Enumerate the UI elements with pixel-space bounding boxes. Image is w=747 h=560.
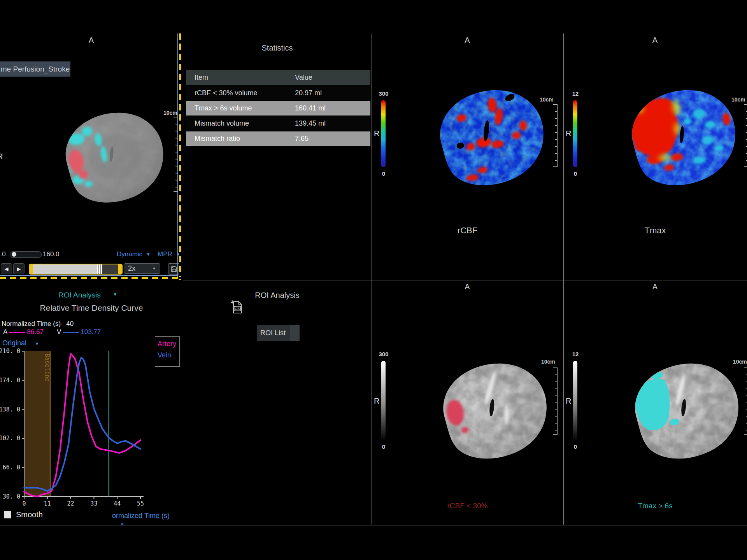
- view-dropdown[interactable]: MPR: [158, 250, 172, 258]
- rcbf-threshold-image[interactable]: [419, 348, 557, 469]
- orientation-label: A: [563, 282, 747, 291]
- colorbar-min: 0: [375, 170, 392, 177]
- side-label: R: [374, 129, 379, 138]
- save-icon: [170, 265, 178, 273]
- frame-scrollbar[interactable]: [29, 264, 123, 275]
- ct-brain-image[interactable]: [44, 98, 173, 212]
- statistics-row[interactable]: rCBF < 30% volume20.97 ml: [186, 86, 370, 101]
- statistics-table: Item Value rCBF < 30% volume20.97 mlTmax…: [186, 70, 370, 147]
- scrollbar-track-filled[interactable]: [33, 264, 97, 274]
- roi-list-button[interactable]: ROI List: [257, 325, 300, 341]
- roi-list-button-tail[interactable]: [289, 325, 300, 341]
- csv-export-button[interactable]: CSV: [230, 299, 244, 314]
- rcbf-map-image[interactable]: [416, 75, 554, 196]
- stat-item-cell: Tmax > 6s volume: [186, 101, 287, 116]
- tmax-map-viewport[interactable]: A 12 0 R 10cm Tmax: [563, 33, 747, 280]
- vein-swatch: [63, 332, 79, 333]
- time-density-panel: ROI Analysis ▼ Relative Time Density Cur…: [0, 280, 183, 525]
- stat-value-cell: 160.41 ml: [287, 101, 371, 116]
- scrollbar-left-cap[interactable]: [30, 264, 33, 274]
- stat-value-cell: 7.65: [287, 131, 371, 146]
- vein-value: 103.77: [81, 328, 101, 336]
- panel-divider: [183, 280, 747, 280]
- side-label: R: [566, 397, 571, 406]
- rainbow-colorbar: [573, 100, 577, 167]
- roi-analysis-title: ROI Analysis: [183, 291, 372, 300]
- series-badge: me Perfusion_Stroke: [0, 61, 70, 77]
- statistics-row[interactable]: Mismatch volume139.45 ml: [186, 116, 370, 131]
- tmax-threshold-image[interactable]: [611, 348, 747, 469]
- rcbf-threshold-viewport[interactable]: A 300 0 R 10cm rCBF < 30%: [372, 280, 563, 525]
- mode-dropdown[interactable]: Dynamic: [117, 250, 142, 258]
- map-title: Tmax: [563, 226, 747, 236]
- statistics-title: Statistics: [183, 44, 372, 52]
- scrollbar-right-cap[interactable]: [118, 264, 122, 274]
- csv-export-icon: CSV: [230, 299, 244, 314]
- panel-divider: [372, 33, 372, 525]
- panel-divider: [183, 280, 183, 525]
- y-tick-label: 174. 0: [0, 377, 20, 384]
- window-level-knob[interactable]: [12, 252, 16, 257]
- selection-border-inner-bottom: [0, 275, 178, 276]
- stat-item-cell: Mismatch ratio: [186, 131, 287, 146]
- chevron-down-icon[interactable]: ▼: [120, 522, 124, 525]
- y-tick-label: 138. 0: [0, 406, 20, 413]
- statistics-row[interactable]: Mismatch ratio7.65: [186, 131, 370, 146]
- map-title: rCBF: [372, 226, 563, 236]
- zoom-select[interactable]: 2x▼: [124, 263, 160, 274]
- column-header-item: Item: [186, 70, 287, 86]
- chevron-down-icon[interactable]: ▼: [113, 292, 117, 297]
- smooth-checkbox[interactable]: [4, 511, 11, 518]
- legend-vein: Vein: [158, 351, 179, 359]
- tdc-chart-svg[interactable]: Baseline210. 0174. 0138. 0102. 066. 030.…: [0, 346, 183, 509]
- colorbar-max: 12: [567, 90, 584, 97]
- selection-border-inner: [177, 33, 178, 277]
- colorbar-max: 12: [567, 351, 584, 357]
- roi-analysis-panel: ROI Analysis CSV ROI List: [183, 280, 372, 525]
- roi-analysis-dropdown[interactable]: ROI Analysis ▼: [58, 291, 101, 299]
- mode-dropdown-arrow-icon[interactable]: ▼: [146, 252, 151, 257]
- y-tick-label: 210. 0: [0, 348, 20, 355]
- stat-value-cell: 20.97 ml: [287, 86, 371, 101]
- colorbar-min: 0: [567, 170, 584, 177]
- window-level-slider[interactable]: [10, 251, 42, 258]
- mpr-viewport[interactable]: A me Perfusion_Stroke R 10cm 6.0 160.0 D…: [0, 33, 183, 280]
- map-title: Tmax > 6s: [563, 502, 747, 510]
- artery-value: 86.67: [27, 328, 44, 336]
- y-tick-label: 66. 0: [3, 464, 20, 471]
- x-tick-label: 33: [90, 500, 97, 507]
- artery-vein-values: A 86.67 V 103.77: [3, 328, 101, 336]
- y-tick-label: 30. 0: [3, 493, 20, 500]
- colorbar-min: 0: [567, 443, 584, 450]
- x-tick-label: 55: [137, 500, 144, 507]
- baseline-label: Baseline: [44, 354, 51, 382]
- selection-border-dashed-bottom: [0, 277, 181, 279]
- orientation-label: A: [372, 36, 563, 45]
- statistics-panel: Statistics Item Value rCBF < 30% volume2…: [183, 33, 372, 280]
- tmax-map-image[interactable]: [608, 75, 746, 196]
- stat-item-cell: rCBF < 30% volume: [186, 86, 287, 101]
- scrollbar-handle[interactable]: [97, 264, 102, 274]
- grayscale-colorbar: [381, 361, 386, 441]
- tmax-threshold-viewport[interactable]: A 12 0 R 10cm Tmax > 6s: [563, 280, 747, 525]
- x-tick-label: 11: [44, 500, 51, 507]
- prev-frame-button[interactable]: ◀: [1, 263, 12, 274]
- y-tick-label: 102. 0: [0, 435, 20, 442]
- ruler-label: 10cm: [163, 110, 177, 116]
- scale-ruler: [553, 368, 558, 435]
- colorbar-max: 300: [375, 351, 392, 357]
- stat-value-cell: 139.45 ml: [287, 116, 371, 131]
- x-axis-dropdown[interactable]: ormalized Time (s) ▼: [112, 512, 183, 525]
- smooth-label: Smooth: [16, 510, 43, 519]
- artery-swatch: [9, 332, 25, 333]
- statistics-header-row: Item Value: [186, 70, 370, 86]
- rcbf-map-viewport[interactable]: A 300 0 R 10cm rCBF: [372, 33, 563, 280]
- next-frame-button[interactable]: ▶: [13, 263, 25, 274]
- statistics-row[interactable]: Tmax > 6s volume160.41 ml: [186, 101, 370, 116]
- smooth-option[interactable]: Smooth: [4, 510, 43, 519]
- scale-ruler: [553, 104, 558, 167]
- normalized-time-row: Normalized Time (s) 40: [2, 320, 74, 328]
- chevron-down-icon[interactable]: ▼: [35, 341, 39, 346]
- window-high-value: 160.0: [43, 250, 60, 258]
- orientation-label: A: [0, 36, 183, 45]
